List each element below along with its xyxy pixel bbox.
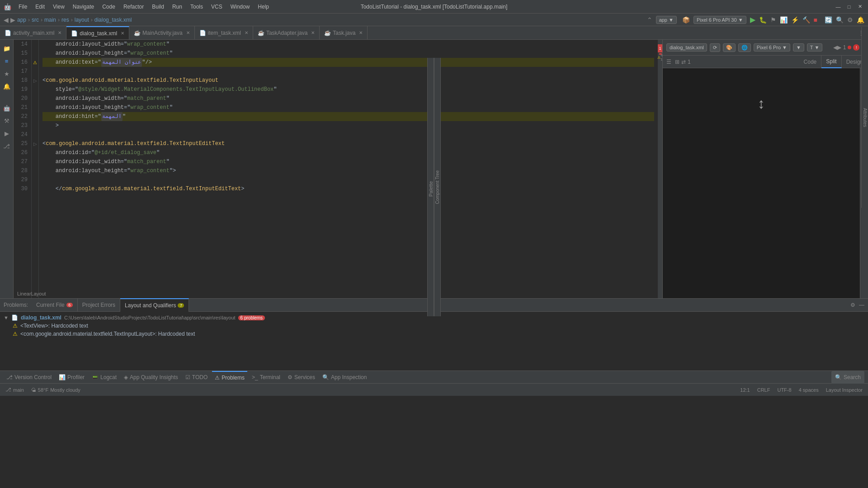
- tab-close-activity[interactable]: ✕: [58, 30, 61, 35]
- sidebar-build[interactable]: ⚒: [2, 116, 12, 126]
- menu-file[interactable]: File: [15, 3, 31, 11]
- tool-app-quality[interactable]: ◈ App Quality Insights: [121, 371, 181, 384]
- menu-tools[interactable]: Tools: [187, 3, 207, 11]
- run-button[interactable]: ▶: [750, 15, 755, 24]
- right-scrollbar[interactable]: 1 ⚠4 1: [658, 40, 662, 298]
- tab-close-task[interactable]: ✕: [359, 30, 363, 35]
- panel-tvar[interactable]: T ▼: [807, 43, 822, 52]
- line-ending[interactable]: CRLF: [755, 387, 772, 393]
- search-button[interactable]: 🔍: [836, 16, 844, 23]
- design-toggle-2[interactable]: 1: [688, 59, 691, 65]
- menu-edit[interactable]: Edit: [32, 3, 48, 11]
- indent-info[interactable]: 4 spaces: [797, 387, 821, 393]
- file-encoding[interactable]: UTF-8: [775, 387, 793, 393]
- component-tree-label[interactable]: Component Tree: [435, 170, 440, 204]
- component-tree-icon[interactable]: ⊞: [675, 59, 679, 65]
- palette-label[interactable]: Palette: [428, 181, 434, 197]
- tool-logcat[interactable]: 📟 Logcat: [89, 371, 119, 384]
- sidebar-git[interactable]: ⎇: [2, 141, 12, 151]
- live-update-nav[interactable]: ◀▶: [833, 44, 841, 51]
- notifications-button[interactable]: 🔔: [857, 16, 864, 23]
- attributes-label[interactable]: Attributes: [863, 108, 868, 127]
- menu-run[interactable]: Run: [169, 3, 186, 11]
- panel-api-selector[interactable]: ▼: [793, 43, 804, 52]
- minimize-button[interactable]: —: [834, 2, 843, 11]
- device-panel-selector[interactable]: Pixel 6 Pro ▼: [754, 43, 790, 52]
- run-with-coverage[interactable]: ⚡: [791, 16, 799, 23]
- coverage-button[interactable]: ⚑: [770, 16, 776, 23]
- tab-close-adapter[interactable]: ✕: [311, 30, 315, 35]
- tab-layout-qualifiers[interactable]: Layout and Qualifiers 7: [120, 298, 189, 312]
- sidebar-run[interactable]: ▶: [2, 128, 12, 138]
- menu-code[interactable]: Code: [99, 3, 119, 11]
- code-content[interactable]: android:layout_width="wrap_content" andr…: [39, 40, 658, 298]
- breadcrumb-app[interactable]: app: [17, 17, 26, 23]
- bc-nav-back[interactable]: ◀: [4, 16, 9, 23]
- locale-btn[interactable]: 🌐: [738, 43, 751, 52]
- view-tab-code[interactable]: Code: [799, 56, 822, 68]
- tool-terminal[interactable]: >_ Terminal: [249, 371, 283, 384]
- view-tab-split[interactable]: Split: [821, 56, 841, 68]
- tool-services[interactable]: ⚙ Services: [285, 371, 318, 384]
- fold-18[interactable]: ▷: [33, 78, 37, 83]
- tab-close-item[interactable]: ✕: [245, 30, 248, 35]
- build-button[interactable]: 🔨: [802, 16, 810, 23]
- tab-activity-main[interactable]: 📄 activity_main.xml ✕: [0, 26, 66, 40]
- tab-task[interactable]: ☕ Task.java ✕: [320, 26, 368, 40]
- panel-minimize-btn[interactable]: —: [859, 302, 864, 308]
- breadcrumb-res[interactable]: res: [61, 17, 69, 23]
- debug-button[interactable]: 🐛: [759, 16, 767, 23]
- sidebar-notifications[interactable]: 🔔: [2, 81, 12, 91]
- sidebar-android[interactable]: 🤖: [2, 103, 12, 113]
- bc-nav-forward[interactable]: ▶: [10, 16, 15, 23]
- maximize-button[interactable]: □: [844, 2, 854, 11]
- tool-profiler[interactable]: 📊 Profiler: [56, 371, 87, 384]
- file-selector[interactable]: dialog_task.xml: [666, 43, 707, 52]
- tab-close-main[interactable]: ✕: [186, 30, 190, 35]
- sidebar-structure[interactable]: ≡: [2, 56, 12, 66]
- tab-taskadapter[interactable]: ☕ TaskAdapter.java ✕: [253, 26, 320, 40]
- fold-25[interactable]: ▷: [33, 141, 37, 146]
- build-variants-icon[interactable]: 📦: [682, 16, 690, 23]
- tool-todo[interactable]: ☑ TODO: [183, 371, 210, 384]
- orientation-btn[interactable]: ⟳: [710, 43, 720, 52]
- design-toggle-1[interactable]: ⇄: [681, 59, 686, 65]
- tab-close-dialog[interactable]: ✕: [121, 31, 124, 36]
- tab-item-task[interactable]: 📄 item_task.xml ✕: [195, 26, 253, 40]
- design-preview[interactable]: ↕: [663, 68, 860, 298]
- close-button[interactable]: ✕: [855, 2, 864, 11]
- menu-window[interactable]: Window: [227, 3, 254, 11]
- breadcrumb-src[interactable]: src: [32, 17, 39, 23]
- tab-mainactivity[interactable]: ☕ MainActivity.java ✕: [129, 26, 194, 40]
- app-selector[interactable]: app ▼: [656, 16, 677, 24]
- search-bar[interactable]: 🔍 Search: [831, 371, 864, 384]
- sidebar-project[interactable]: 📁: [2, 43, 12, 53]
- breadcrumb-file[interactable]: dialog_task.xml: [94, 17, 132, 23]
- device-selector[interactable]: Pixel 6 Pro API 30 ▼: [693, 16, 746, 24]
- tool-app-inspection[interactable]: 🔍 App Inspection: [320, 371, 369, 384]
- sync-button[interactable]: 🔄: [825, 16, 832, 23]
- menu-view[interactable]: View: [49, 3, 68, 11]
- profiler-button[interactable]: 📊: [780, 16, 788, 23]
- menu-navigate[interactable]: Navigate: [69, 3, 98, 11]
- palette-icon[interactable]: ☰: [666, 59, 671, 65]
- menu-vcs[interactable]: VCS: [208, 3, 226, 11]
- menu-build[interactable]: Build: [148, 3, 168, 11]
- tab-project-errors[interactable]: Project Errors: [78, 298, 120, 312]
- settings-button[interactable]: ⚙: [847, 16, 853, 23]
- tool-problems[interactable]: ⚠ Problems: [212, 371, 247, 384]
- sidebar-bookmarks[interactable]: ★: [2, 69, 12, 79]
- git-status[interactable]: ⎇ main: [4, 387, 26, 393]
- stop-button[interactable]: ■: [814, 16, 817, 23]
- problem-item-0[interactable]: ⚠ <TextView>: Hardcoded text: [0, 322, 868, 330]
- tool-version-control[interactable]: ⎇ Version Control: [4, 371, 54, 384]
- collapse-icon[interactable]: ▼: [4, 315, 9, 320]
- breadcrumb-layout[interactable]: layout: [75, 17, 89, 23]
- menu-refactor[interactable]: Refactor: [120, 3, 147, 11]
- breadcrumb-main[interactable]: main: [44, 17, 56, 23]
- tab-dialog-task[interactable]: 📄 dialog_task.xml ✕: [66, 26, 129, 40]
- git-icon[interactable]: ⌃: [647, 16, 652, 23]
- layout-inspector-link[interactable]: Layout Inspector: [824, 387, 864, 393]
- menu-help[interactable]: Help: [254, 3, 273, 11]
- tab-current-file[interactable]: Current File 6: [32, 298, 78, 312]
